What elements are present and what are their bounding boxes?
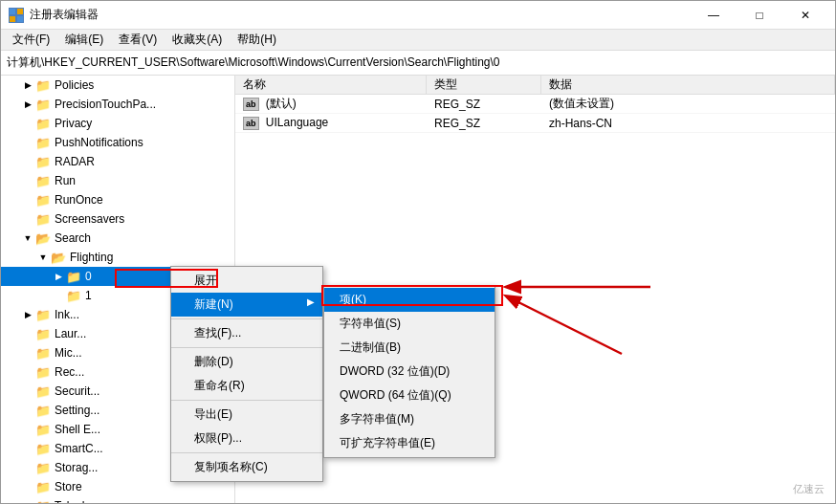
sub-item-binary[interactable]: 二进制值(B) bbox=[324, 336, 495, 360]
registry-row-uilanguage[interactable]: ab UILanguage REG_SZ zh-Hans-CN bbox=[235, 114, 835, 133]
tree-item-precisiontouchpa[interactable]: ▶ 📁 PrecisionTouchPa... bbox=[1, 95, 234, 114]
ctx-separator-2 bbox=[171, 347, 322, 348]
tree-label: RunOnce bbox=[55, 193, 103, 207]
ctx-export[interactable]: 导出(E) bbox=[171, 403, 322, 427]
ctx-separator-1 bbox=[171, 318, 322, 319]
menu-file[interactable]: 文件(F) bbox=[5, 30, 57, 50]
folder-icon: 📁 bbox=[35, 174, 51, 188]
menu-help[interactable]: 帮助(H) bbox=[230, 30, 284, 50]
minimize-button[interactable]: — bbox=[692, 1, 736, 30]
folder-icon: 📂 bbox=[35, 231, 51, 246]
column-headers: 名称 类型 数据 bbox=[235, 76, 835, 95]
folder-icon: 📁 bbox=[35, 117, 51, 131]
ab-icon: ab bbox=[243, 98, 259, 111]
tree-item-screensavers[interactable]: 📁 Screensavers bbox=[1, 209, 234, 229]
menu-favorites[interactable]: 收藏夹(A) bbox=[165, 30, 230, 50]
reg-data-uilanguage: zh-Hans-CN bbox=[541, 117, 835, 130]
folder-icon: 📁 bbox=[35, 308, 51, 322]
expand-icon: ▶ bbox=[20, 97, 35, 112]
tree-label: Setting... bbox=[55, 404, 99, 417]
tree-label: Storag... bbox=[55, 461, 98, 474]
tree-label: SmartC... bbox=[55, 442, 103, 455]
tree-label: Laur... bbox=[55, 327, 86, 340]
ab-icon: ab bbox=[243, 117, 259, 130]
expand-icon: ▼ bbox=[20, 230, 35, 246]
expand-icon bbox=[20, 345, 35, 361]
tree-label: PrecisionTouchPa... bbox=[55, 98, 156, 111]
menu-edit[interactable]: 编辑(E) bbox=[57, 30, 111, 50]
reg-data-default: (数值未设置) bbox=[541, 96, 835, 112]
ctx-delete[interactable]: 删除(D) bbox=[171, 350, 322, 374]
window-controls: — □ ✕ bbox=[692, 1, 827, 30]
tree-label: Run bbox=[55, 174, 76, 187]
sub-item-dword[interactable]: DWORD (32 位值)(D) bbox=[324, 360, 495, 383]
tree-item-flighting[interactable]: ▼ 📂 Flighting bbox=[1, 248, 234, 267]
submenu-arrow: ▶ bbox=[307, 296, 315, 307]
tree-item-pushnotifications[interactable]: 📁 PushNotifications bbox=[1, 133, 234, 152]
expand-icon bbox=[20, 192, 35, 208]
expand-icon bbox=[20, 441, 35, 456]
folder-icon: 📁 bbox=[35, 136, 51, 150]
sub-item-multistring[interactable]: 多字符串值(M) bbox=[324, 407, 495, 431]
ctx-expand[interactable]: 展开 bbox=[171, 269, 322, 293]
title-bar: 注册表编辑器 — □ ✕ bbox=[1, 1, 835, 30]
sub-item-key[interactable]: 项(K) bbox=[324, 288, 495, 312]
registry-row-default[interactable]: ab (默认) REG_SZ (数值未设置) bbox=[235, 95, 835, 114]
svg-rect-2 bbox=[10, 16, 15, 22]
expand-icon bbox=[20, 479, 35, 494]
tree-label: 1 bbox=[85, 289, 92, 302]
tree-item-runonce[interactable]: 📁 RunOnce bbox=[1, 190, 234, 209]
maximize-button[interactable]: □ bbox=[737, 1, 781, 30]
tree-item-telephony[interactable]: 📁 Telephony bbox=[1, 496, 234, 503]
menu-view[interactable]: 查看(V) bbox=[111, 30, 165, 50]
menu-bar: 文件(F) 编辑(E) 查看(V) 收藏夹(A) 帮助(H) bbox=[1, 30, 835, 51]
tree-label: Shell E... bbox=[55, 423, 100, 436]
expand-icon bbox=[20, 364, 35, 380]
expand-icon: ▶ bbox=[20, 307, 35, 322]
ctx-rename[interactable]: 重命名(R) bbox=[171, 374, 322, 398]
tree-label: 0 bbox=[85, 270, 92, 283]
tree-item-privacy[interactable]: 📁 Privacy bbox=[1, 114, 234, 133]
close-button[interactable]: ✕ bbox=[783, 1, 827, 30]
tree-label: Telephony bbox=[55, 499, 107, 503]
sub-item-expandstring[interactable]: 可扩充字符串值(E) bbox=[324, 431, 495, 455]
ctx-new[interactable]: 新建(N) ▶ bbox=[171, 293, 322, 317]
address-bar: 计算机\HKEY_CURRENT_USER\Software\Microsoft… bbox=[1, 51, 835, 76]
expand-icon bbox=[20, 403, 35, 418]
folder-icon: 📁 bbox=[35, 365, 51, 380]
tree-item-policies[interactable]: ▶ 📁 Policies bbox=[1, 76, 234, 95]
expand-icon bbox=[20, 422, 35, 437]
tree-item-run[interactable]: 📁 Run bbox=[1, 171, 234, 190]
expand-icon: ▼ bbox=[35, 250, 51, 265]
sub-menu: 项(K) 字符串值(S) 二进制值(B) DWORD (32 位值)(D) QW… bbox=[323, 285, 495, 458]
folder-icon: 📁 bbox=[35, 461, 51, 475]
ctx-permissions[interactable]: 权限(P)... bbox=[171, 427, 322, 450]
tree-label: PushNotifications bbox=[55, 136, 143, 149]
ctx-find[interactable]: 查找(F)... bbox=[171, 321, 322, 345]
tree-label: Screensavers bbox=[55, 212, 124, 226]
svg-rect-0 bbox=[10, 9, 15, 14]
tree-item-search[interactable]: ▼ 📂 Search bbox=[1, 229, 234, 248]
tree-label: RADAR bbox=[55, 155, 95, 168]
folder-icon: 📁 bbox=[35, 346, 51, 361]
reg-name-default: ab (默认) bbox=[235, 96, 427, 112]
expand-icon: ▶ bbox=[20, 77, 35, 93]
expand-icon bbox=[20, 116, 35, 131]
ctx-copy-keyname[interactable]: 复制项名称(C) bbox=[171, 455, 322, 479]
tree-label: Flighting bbox=[70, 251, 113, 264]
folder-icon: 📁 bbox=[35, 78, 51, 93]
reg-type-default: REG_SZ bbox=[427, 98, 541, 111]
folder-icon: 📁 bbox=[66, 270, 81, 284]
sub-item-qword[interactable]: QWORD (64 位值)(Q) bbox=[324, 383, 495, 407]
reg-type-uilanguage: REG_SZ bbox=[427, 117, 541, 130]
folder-icon: 📂 bbox=[51, 251, 66, 265]
expand-icon bbox=[20, 498, 35, 503]
tree-label: Ink... bbox=[55, 308, 79, 321]
app-icon bbox=[9, 8, 24, 23]
folder-icon: 📁 bbox=[35, 423, 51, 437]
col-data-header: 数据 bbox=[541, 76, 835, 94]
tree-label: Mic... bbox=[55, 346, 82, 360]
folder-icon: 📁 bbox=[35, 480, 51, 494]
sub-item-string[interactable]: 字符串值(S) bbox=[324, 312, 495, 336]
tree-item-radar[interactable]: 📁 RADAR bbox=[1, 152, 234, 171]
